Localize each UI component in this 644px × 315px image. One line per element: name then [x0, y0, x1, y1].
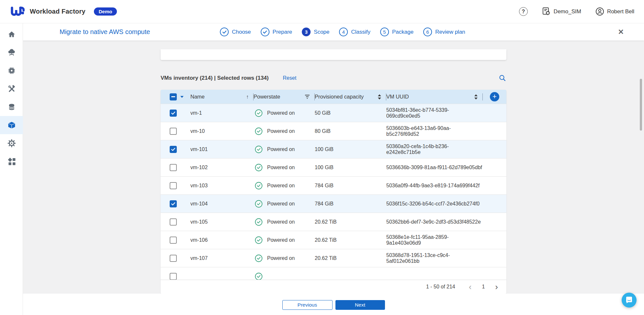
column-header-capacity[interactable]: Provisioned capacity: [315, 93, 386, 100]
inventory-toolbar: VMs inventory (214) | Selected rows (134…: [161, 72, 506, 85]
sort-both-icon[interactable]: [474, 94, 478, 100]
row-checkbox[interactable]: [170, 273, 177, 280]
app-title: Workload Factory: [30, 8, 85, 15]
vm-powerstate: Powered on: [254, 127, 315, 135]
step-label: Scope: [314, 29, 329, 35]
column-header-powerstate[interactable]: Powerstate: [254, 93, 315, 100]
powered-on-icon: [255, 254, 263, 262]
vm-powerstate: Powered on: [254, 164, 315, 171]
powered-on-icon: [255, 236, 263, 244]
vm-capacity: 20.62 TiB: [315, 255, 386, 261]
add-column-button[interactable]: +: [490, 92, 499, 101]
vm-name: vm-103: [190, 183, 254, 189]
table-row: vm-101Powered on100 GiB50360a20-cefa-1c4…: [161, 140, 506, 158]
row-checkbox[interactable]: [170, 255, 177, 262]
column-header-uuid[interactable]: VM UUID: [386, 93, 483, 100]
demo-badge: Demo: [94, 7, 117, 16]
row-checkbox[interactable]: [170, 110, 177, 117]
table-header-row: Name ↑ Powerstate: [161, 90, 506, 104]
chat-bubble-icon: [625, 296, 633, 304]
sidebar-item-tools[interactable]: [0, 80, 23, 98]
sidebar-item-gear[interactable]: [0, 134, 23, 152]
workload-factory-logo-icon: [10, 5, 25, 18]
cube-icon: [7, 121, 16, 129]
step-label: Prepare: [273, 29, 292, 35]
sidebar-item-chip[interactable]: [0, 62, 23, 80]
table-row: vm-1Powered on50 GiB5034bf81-36ec-b774-5…: [161, 104, 506, 122]
powered-on-icon: [255, 164, 263, 171]
step-prepare[interactable]: Prepare: [261, 28, 292, 36]
row-checkbox[interactable]: [170, 218, 177, 226]
vm-uuid: 50360a20-cefa-1c4b-b236-e242e8c71b5e: [386, 144, 483, 155]
row-checkbox[interactable]: [170, 182, 177, 189]
sidebar-item-database[interactable]: [0, 98, 23, 116]
step-classify[interactable]: 4Classify: [339, 28, 371, 36]
filter-icon[interactable]: [305, 94, 310, 99]
vm-uuid: 5034bf81-36ec-b774-5339-069cd9ce0ed5: [386, 107, 483, 119]
reset-selection-link[interactable]: Reset: [283, 75, 297, 81]
vm-powerstate: Powered on: [254, 109, 315, 117]
help-icon[interactable]: ?: [519, 7, 528, 16]
step-label: Review plan: [435, 29, 465, 35]
select-all-checkbox[interactable]: [170, 93, 177, 100]
row-checkbox[interactable]: [170, 164, 177, 171]
vm-capacity: 20.62 TiB: [315, 237, 386, 243]
step-done-check-icon: [261, 28, 269, 36]
row-checkbox[interactable]: [170, 237, 177, 244]
row-checkbox[interactable]: [170, 128, 177, 135]
vm-capacity: 20.62 TiB: [315, 219, 386, 225]
account-menu[interactable]: Demo_SIM: [542, 7, 581, 16]
next-button[interactable]: Next: [335, 300, 385, 310]
vm-name: vm-101: [190, 146, 254, 152]
left-sidebar: [0, 23, 23, 315]
vm-powerstate: [254, 273, 315, 280]
table-row: vm-107Powered on20.62 TiB50368d78-1951-1…: [161, 249, 506, 267]
row-checkbox[interactable]: [170, 200, 177, 207]
sidebar-item-apps-grid[interactable]: [0, 152, 23, 170]
powered-on-icon: [255, 182, 263, 190]
wizard-bar: Migrate to native AWS compute ChoosePrep…: [23, 23, 644, 41]
vm-uuid: 50362bb6-def7-3e9c-2df3-d53d3f48522e: [386, 219, 483, 225]
sidebar-item-cube[interactable]: [0, 116, 23, 134]
vertical-scrollbar-thumb[interactable]: [640, 79, 642, 131]
current-page-number[interactable]: 1: [482, 284, 485, 290]
sort-both-icon[interactable]: [378, 94, 381, 100]
step-scope[interactable]: 3Scope: [302, 28, 329, 36]
chip-icon: [7, 66, 16, 75]
previous-button[interactable]: Previous: [282, 300, 333, 310]
top-right-cluster: ? Demo_SIM: [519, 7, 634, 16]
sort-ascending-icon[interactable]: ↑: [246, 94, 249, 100]
help-button[interactable]: ?: [519, 7, 528, 16]
vm-capacity: 784 GiB: [315, 201, 386, 207]
close-icon[interactable]: ✕: [618, 23, 624, 41]
powered-on-icon: [255, 218, 263, 226]
vm-capacity: 50 GiB: [315, 110, 386, 116]
step-package[interactable]: 5Package: [380, 28, 413, 36]
previous-page-icon[interactable]: ‹: [469, 283, 472, 291]
sidebar-item-home[interactable]: [0, 25, 23, 43]
vm-capacity: 80 GiB: [315, 128, 386, 134]
vm-uuid: 5036603b-e643-13a6-90aa-b5c276f69d52: [386, 125, 483, 137]
vm-uuid: 5036f15c-3206-b54c-ccf7-2e436cb274f0: [386, 201, 483, 207]
selection-dropdown-caret-icon[interactable]: [180, 96, 184, 98]
user-menu[interactable]: Robert Bell: [595, 7, 634, 16]
step-review-plan[interactable]: 6Review plan: [423, 28, 465, 36]
cloud-network-icon: [7, 48, 16, 57]
row-checkbox[interactable]: [170, 146, 177, 153]
column-header-name[interactable]: Name ↑: [190, 93, 254, 100]
search-button[interactable]: [499, 74, 506, 82]
vm-powerstate: Powered on: [254, 254, 315, 262]
vm-name: vm-105: [190, 219, 254, 225]
gear-icon: [7, 139, 16, 147]
wizard-footer: Previous Next: [23, 294, 644, 315]
vm-powerstate: Powered on: [254, 236, 315, 244]
database-icon: [7, 103, 16, 111]
vm-inventory-table: Name ↑ Powerstate: [161, 90, 506, 294]
user-name: Robert Bell: [607, 8, 634, 15]
next-page-icon[interactable]: ›: [495, 283, 498, 291]
chat-launcher-button[interactable]: [622, 293, 637, 308]
powered-on-icon: [255, 200, 263, 208]
step-choose[interactable]: Choose: [220, 28, 251, 36]
inventory-title: VMs inventory (214) | Selected rows (134…: [161, 75, 269, 81]
sidebar-item-cloud-network[interactable]: [0, 43, 23, 62]
